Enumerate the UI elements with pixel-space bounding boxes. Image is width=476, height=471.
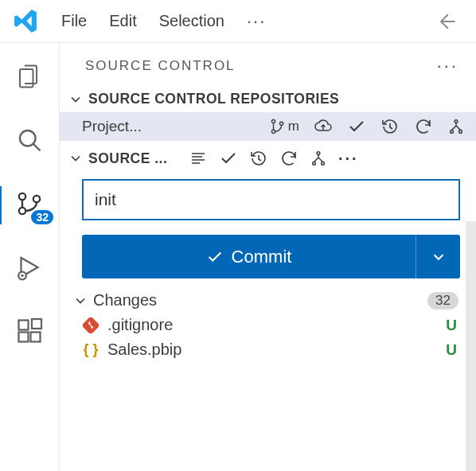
chevron-down-icon	[68, 91, 84, 107]
history-icon[interactable]	[249, 149, 268, 168]
branch-hint: m	[288, 119, 299, 134]
repository-row[interactable]: Project... m	[60, 112, 476, 141]
checkmark-icon[interactable]	[219, 149, 238, 168]
panel-title-row: SOURCE CONTROL ···	[60, 43, 476, 86]
git-file-icon	[82, 317, 99, 333]
svg-rect-9	[31, 333, 41, 342]
commit-area: Commit	[60, 173, 476, 278]
svg-point-6	[21, 274, 23, 277]
branch-icon[interactable]: m	[269, 118, 299, 135]
svg-point-0	[20, 130, 36, 146]
svg-rect-7	[19, 321, 29, 330]
search-icon[interactable]	[14, 124, 45, 156]
title-bar: File Edit Selection ···	[0, 0, 476, 43]
main-area: 32 SOURCE CONTROL ··· SOURCE CONTROL REP…	[0, 43, 476, 471]
svg-point-13	[279, 122, 283, 125]
source-control-panel: SOURCE CONTROL ··· SOURCE CONTROL REPOSI…	[60, 43, 476, 471]
panel-more-icon[interactable]: ···	[437, 56, 458, 76]
vscode-logo-icon	[13, 8, 39, 34]
run-debug-icon[interactable]	[14, 251, 45, 283]
svg-point-17	[317, 152, 320, 155]
changes-header[interactable]: Changes 32	[60, 278, 476, 313]
changes-label: Changes	[93, 291, 157, 309]
svg-point-14	[455, 120, 458, 123]
explorer-icon[interactable]	[14, 60, 45, 92]
svg-point-15	[451, 130, 454, 134]
panel-title: SOURCE CONTROL	[85, 58, 236, 74]
activity-bar: 32	[0, 43, 60, 471]
scm-badge: 32	[31, 210, 53, 224]
svg-point-18	[313, 162, 316, 165]
svg-point-2	[19, 193, 25, 200]
chevron-down-icon	[68, 150, 84, 166]
tree-icon[interactable]	[310, 150, 327, 167]
svg-point-16	[459, 130, 462, 134]
svg-point-3	[19, 208, 25, 214]
file-status: U	[446, 341, 457, 359]
file-name: Sales.pbip	[107, 341, 181, 359]
scrollbar[interactable]	[466, 221, 476, 471]
file-name: .gitignore	[107, 316, 173, 334]
cloud-sync-icon[interactable]	[314, 117, 333, 136]
list-icon[interactable]	[189, 149, 208, 168]
commit-button[interactable]: Commit	[82, 235, 416, 278]
tree-icon[interactable]	[447, 118, 465, 135]
checkmark-icon[interactable]	[347, 117, 366, 136]
chevron-down-icon	[72, 293, 88, 309]
section-sourcecontrol-label: SOURCE ...	[88, 150, 184, 167]
svg-rect-10	[32, 319, 41, 329]
braces-file-icon: { }	[82, 341, 99, 358]
menu-file[interactable]: File	[61, 12, 87, 30]
changes-count-badge: 32	[427, 292, 458, 309]
nav-back-icon[interactable]	[433, 10, 457, 33]
repository-name: Project...	[82, 118, 142, 135]
file-row[interactable]: { } Sales.pbip U	[60, 337, 476, 362]
commit-button-label: Commit	[232, 247, 292, 267]
refresh-icon[interactable]	[279, 149, 298, 168]
section-repositories-header[interactable]: SOURCE CONTROL REPOSITORIES	[60, 86, 476, 112]
svg-point-19	[322, 162, 325, 165]
menu-more-icon[interactable]: ···	[247, 11, 266, 32]
svg-line-1	[33, 144, 40, 150]
history-icon[interactable]	[380, 117, 400, 136]
source-control-icon[interactable]: 32	[14, 188, 45, 220]
extensions-icon[interactable]	[14, 315, 45, 347]
svg-rect-8	[19, 333, 29, 342]
file-status: U	[446, 317, 457, 334]
repository-actions: m	[269, 117, 465, 136]
commit-button-group: Commit	[82, 235, 460, 278]
section-repositories-label: SOURCE CONTROL REPOSITORIES	[88, 91, 466, 107]
commit-message-input[interactable]	[82, 179, 460, 220]
file-row[interactable]: .gitignore U	[60, 313, 476, 337]
svg-point-11	[271, 119, 275, 123]
section-sourcecontrol-header[interactable]: SOURCE ... ···	[60, 141, 476, 173]
refresh-icon[interactable]	[414, 117, 433, 136]
svg-point-12	[271, 130, 275, 133]
menu-selection[interactable]: Selection	[159, 12, 224, 30]
menu-edit[interactable]: Edit	[109, 12, 136, 30]
commit-split-button[interactable]	[416, 235, 460, 278]
sourcecontrol-more-icon[interactable]: ···	[338, 150, 359, 168]
svg-point-4	[33, 196, 40, 202]
